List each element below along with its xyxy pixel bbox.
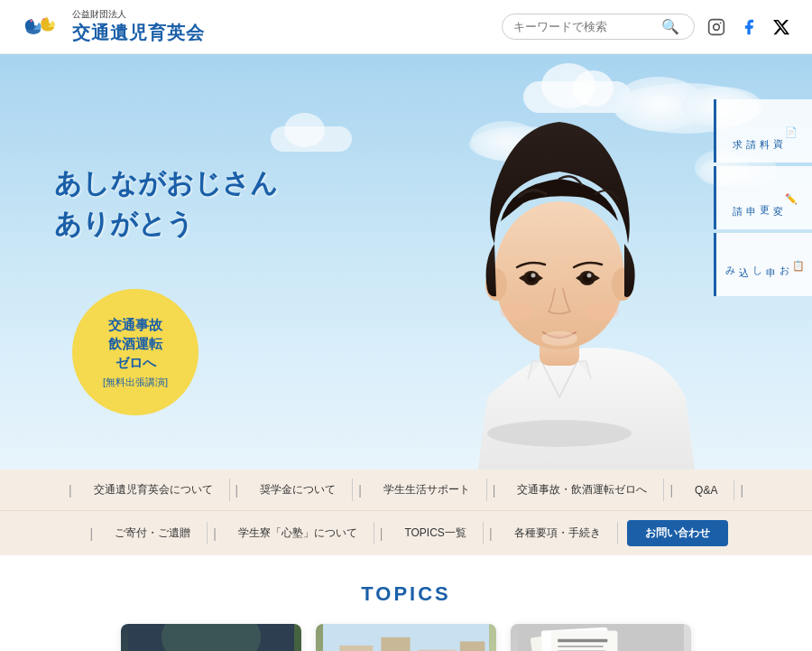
topic-image-2: 「生活道路の法定速度 bbox=[316, 624, 496, 651]
nav-sep-10: | bbox=[484, 526, 498, 541]
nav-sep-1: | bbox=[63, 483, 78, 498]
svg-point-15 bbox=[494, 201, 624, 349]
nav-contact[interactable]: お問い合わせ bbox=[627, 520, 728, 546]
social-icons bbox=[704, 14, 794, 40]
svg-point-26 bbox=[541, 331, 577, 346]
svg-text:♥: ♥ bbox=[42, 16, 45, 22]
nav-sep-4: | bbox=[487, 483, 502, 498]
nav-sep-5: | bbox=[664, 483, 678, 498]
svg-rect-52 bbox=[558, 639, 607, 643]
hero-cta-circle[interactable]: 交通事故 飲酒運転 ゼロへ [無料出張講演] bbox=[72, 289, 198, 415]
edit-icon: ✏️ bbox=[787, 192, 798, 204]
site-header: ♥ ♥ 公益財団法人 交通遺児育英会 🔍 bbox=[0, 0, 812, 54]
svg-rect-45 bbox=[460, 641, 485, 651]
topic-card-1[interactable]: 無料出張講演を聞いて bbox=[121, 624, 301, 651]
hero-person-image bbox=[343, 54, 776, 470]
topics-section: TOPICS bbox=[0, 555, 812, 651]
side-tab-apply[interactable]: 📋 お申し込み bbox=[714, 233, 812, 296]
svg-point-23 bbox=[587, 274, 592, 278]
logo-bird-icon: ♥ ♥ bbox=[18, 9, 63, 45]
svg-point-25 bbox=[586, 302, 619, 321]
hero-circle-text: 交通事故 飲酒運転 ゼロへ bbox=[108, 315, 162, 372]
hero-section: あしながおじさん ありがとう 交通事故 飲酒運転 ゼロへ [無料出張講演] 📄 … bbox=[0, 54, 812, 470]
side-tab-documents[interactable]: 📄 資料請求 bbox=[714, 99, 812, 163]
topic-card-2[interactable]: 「生活道路の法定速度 bbox=[316, 624, 496, 651]
nav-row-2: | ご寄付・ご遺贈 | 学生寮「心塾」について | TOPICS一覧 | 各種要… bbox=[0, 511, 812, 555]
nav-scholarship[interactable]: 奨学金について bbox=[244, 479, 353, 501]
nav-about[interactable]: 交通遺児育英会について bbox=[78, 479, 230, 501]
nav-topics-list[interactable]: TOPICS一覧 bbox=[388, 522, 483, 544]
svg-point-27 bbox=[487, 420, 632, 447]
nav-zero-accidents[interactable]: 交通事故・飲酒運転ゼロへ bbox=[501, 479, 664, 501]
nav-dormitory[interactable]: 学生寮「心塾」について bbox=[222, 522, 374, 544]
header-right: 🔍 bbox=[502, 14, 794, 40]
topics-grid: 無料出張講演を聞いて bbox=[18, 624, 794, 651]
hero-circle-sub: [無料出張講演] bbox=[103, 376, 168, 389]
svg-point-6 bbox=[720, 22, 722, 23]
svg-rect-4 bbox=[709, 19, 724, 34]
nav-row-1: | 交通遺児育英会について | 奨学金について | 学生生活サポート | 交通事… bbox=[0, 470, 812, 511]
search-input[interactable] bbox=[513, 20, 658, 33]
cloud-2 bbox=[271, 126, 352, 152]
logo-title: 交通遺児育英会 bbox=[72, 21, 205, 45]
topics-title: TOPICS bbox=[18, 582, 794, 606]
nav-donation[interactable]: ご寄付・ご遺贈 bbox=[98, 522, 208, 544]
logo-area[interactable]: ♥ ♥ 公益財団法人 交通遺児育英会 bbox=[18, 8, 205, 45]
hero-tagline-line2: ありがとう bbox=[54, 203, 278, 244]
topic-card-3[interactable]: 新聞・メディア bbox=[511, 624, 691, 651]
document-icon: 📄 bbox=[787, 126, 798, 137]
nav-sep-9: | bbox=[374, 526, 389, 541]
nav-qa[interactable]: Q&A bbox=[678, 480, 734, 500]
topic-image-1: 無料出張講演を聞いて bbox=[121, 624, 301, 651]
svg-point-24 bbox=[500, 302, 532, 321]
side-tab-apply-label: お申し込み bbox=[724, 259, 791, 271]
svg-point-39 bbox=[161, 624, 261, 651]
facebook-icon[interactable] bbox=[736, 14, 761, 40]
main-nav: | 交通遺児育英会について | 奨学金について | 学生生活サポート | 交通事… bbox=[0, 470, 812, 555]
topic-image-3: 新聞・メディア bbox=[511, 624, 691, 651]
instagram-icon[interactable] bbox=[704, 14, 729, 40]
side-tab-change[interactable]: ✏️ 変更申請 bbox=[714, 166, 812, 229]
hero-tagline-line1: あしながおじさん bbox=[54, 163, 278, 203]
svg-rect-53 bbox=[558, 646, 604, 647]
svg-rect-42 bbox=[339, 646, 373, 651]
nav-sep-2: | bbox=[230, 483, 245, 498]
search-box: 🔍 bbox=[502, 14, 695, 40]
search-button[interactable]: 🔍 bbox=[658, 18, 683, 35]
logo-text: 公益財団法人 交通遺児育英会 bbox=[72, 8, 205, 45]
side-tabs: 📄 資料請求 ✏️ 変更申請 📋 お申し込み bbox=[714, 99, 812, 296]
nav-sep-3: | bbox=[353, 483, 367, 498]
nav-sep-7: | bbox=[84, 526, 98, 541]
logo-subtitle: 公益財団法人 bbox=[72, 8, 205, 21]
nav-student-support[interactable]: 学生生活サポート bbox=[367, 479, 487, 501]
svg-text:♥: ♥ bbox=[30, 18, 33, 23]
nav-procedures[interactable]: 各種要項・手続き bbox=[498, 522, 618, 544]
nav-sep-8: | bbox=[208, 526, 222, 541]
form-icon: 📋 bbox=[793, 259, 805, 271]
hero-tagline: あしながおじさん ありがとう bbox=[54, 163, 278, 244]
twitter-x-icon[interactable] bbox=[769, 14, 794, 40]
nav-sep-6: | bbox=[734, 483, 749, 498]
svg-point-20 bbox=[531, 274, 536, 278]
svg-rect-43 bbox=[381, 637, 410, 651]
svg-point-5 bbox=[714, 23, 720, 30]
